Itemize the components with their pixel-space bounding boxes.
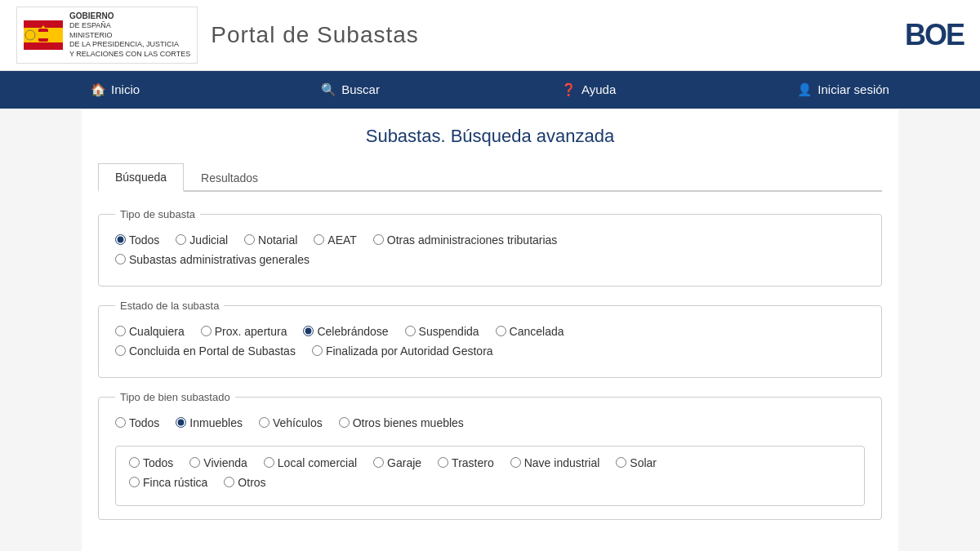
es-prox-item[interactable]: Prox. apertura xyxy=(201,325,287,338)
es-cancelada-item[interactable]: Cancelada xyxy=(496,325,564,338)
st-vivienda-item[interactable]: Vivienda xyxy=(189,456,247,469)
st-local-radio[interactable] xyxy=(264,457,274,468)
tipo-bien-fieldset: Tipo de bien subastado Todos Inmuebles V… xyxy=(98,391,882,520)
ts-admin-item[interactable]: Subastas administrativas generales xyxy=(115,253,310,266)
tb-inmuebles-label: Inmuebles xyxy=(189,416,243,429)
ts-aeat-radio[interactable] xyxy=(314,234,324,245)
st-trastero-radio[interactable] xyxy=(438,457,448,468)
st-local-item[interactable]: Local comercial xyxy=(264,456,357,469)
tipo-subasta-row2: Subastas administrativas generales xyxy=(115,253,865,273)
main-nav: 🏠 Inicio 🔍 Buscar ❓ Ayuda 👤 Iniciar sesi… xyxy=(0,71,980,109)
tb-otros-muebles-radio[interactable] xyxy=(339,417,350,428)
main-content: Subastas. Búsqueda avanzada Búsqueda Res… xyxy=(82,109,898,551)
header: GOBIERNO DE ESPAÑA MINISTERIO DE LA PRES… xyxy=(0,0,980,71)
search-icon: 🔍 xyxy=(321,82,336,97)
st-trastero-label: Trastero xyxy=(452,456,494,469)
st-finca-label: Finca rústica xyxy=(143,476,207,489)
tb-otros-muebles-label: Otros bienes muebles xyxy=(353,416,464,429)
es-finalizada-radio[interactable] xyxy=(312,345,323,356)
subtipo-bien-row2: Finca rústica Otros xyxy=(129,476,851,495)
nav-iniciar-sesion[interactable]: 👤 Iniciar sesión xyxy=(764,71,922,109)
st-garaje-radio[interactable] xyxy=(373,457,384,468)
gov-text: GOBIERNO DE ESPAÑA MINISTERIO DE LA PRES… xyxy=(69,11,190,60)
es-concluida-item[interactable]: Concluida en Portal de Subastas xyxy=(115,344,296,358)
tb-vehiculos-label: Vehículos xyxy=(273,416,323,429)
ts-notarial-radio[interactable] xyxy=(244,234,255,245)
st-finca-item[interactable]: Finca rústica xyxy=(129,476,207,489)
st-trastero-item[interactable]: Trastero xyxy=(438,456,494,469)
es-finalizada-item[interactable]: Finalizada por Autoridad Gestora xyxy=(312,344,493,358)
tb-todos-label: Todos xyxy=(129,416,159,429)
es-concluida-radio[interactable] xyxy=(115,345,126,356)
ts-todos-radio[interactable] xyxy=(115,234,126,245)
ts-judicial-item[interactable]: Judicial xyxy=(176,233,228,247)
user-icon: 👤 xyxy=(797,82,813,97)
estado-subasta-row2: Concluida en Portal de Subastas Finaliza… xyxy=(115,344,865,364)
st-nave-item[interactable]: Nave industrial xyxy=(510,456,600,469)
es-cancelada-radio[interactable] xyxy=(496,326,506,336)
ts-todos-label: Todos xyxy=(129,233,159,247)
tb-vehiculos-radio[interactable] xyxy=(259,417,270,428)
estado-subasta-row1: Cualquiera Prox. apertura Celebrándose S… xyxy=(115,325,865,344)
st-finca-radio[interactable] xyxy=(129,477,140,487)
es-finalizada-label: Finalizada por Autoridad Gestora xyxy=(326,344,493,358)
ts-otras-radio[interactable] xyxy=(373,234,384,245)
tb-todos-item[interactable]: Todos xyxy=(115,416,159,429)
ts-notarial-item[interactable]: Notarial xyxy=(244,233,297,247)
st-otros-item[interactable]: Otros xyxy=(224,476,265,489)
ts-judicial-label: Judicial xyxy=(189,233,228,247)
st-garaje-label: Garaje xyxy=(387,456,421,469)
tb-inmuebles-item[interactable]: Inmuebles xyxy=(176,416,243,429)
subtipo-bien-row1: Todos Vivienda Local comercial Garaje Tr… xyxy=(129,456,851,476)
es-prox-label: Prox. apertura xyxy=(215,325,287,338)
flag-shield-icon xyxy=(24,20,63,50)
es-celebrando-item[interactable]: Celebrándose xyxy=(303,325,388,338)
es-celebrando-radio[interactable] xyxy=(303,326,314,336)
tipo-bien-legend: Tipo de bien subastado xyxy=(115,391,235,403)
st-solar-item[interactable]: Solar xyxy=(616,456,657,469)
st-otros-label: Otros xyxy=(238,476,265,489)
gov-line4: DE LA PRESIDENCIA, JUSTICIA xyxy=(69,40,190,50)
tb-otros-muebles-item[interactable]: Otros bienes muebles xyxy=(339,416,464,429)
gov-line2: DE ESPAÑA xyxy=(69,21,190,31)
ts-otras-item[interactable]: Otras administraciones tributarias xyxy=(373,233,558,247)
st-otros-radio[interactable] xyxy=(224,477,234,487)
es-suspendida-item[interactable]: Suspendida xyxy=(405,325,479,338)
ts-notarial-label: Notarial xyxy=(258,233,297,247)
tb-inmuebles-radio[interactable] xyxy=(176,417,186,428)
es-cualquiera-label: Cualquiera xyxy=(129,325,185,338)
tab-resultados[interactable]: Resultados xyxy=(184,163,275,192)
es-concluida-label: Concluida en Portal de Subastas xyxy=(129,344,296,358)
st-todos-radio[interactable] xyxy=(129,457,140,468)
ts-todos-item[interactable]: Todos xyxy=(115,233,159,247)
page-title: Subastas. Búsqueda avanzada xyxy=(98,126,882,147)
st-vivienda-radio[interactable] xyxy=(189,457,200,468)
tb-todos-radio[interactable] xyxy=(115,417,126,428)
st-nave-radio[interactable] xyxy=(510,457,521,468)
tipo-bien-options: Todos Inmuebles Vehículos Otros bienes m… xyxy=(115,416,865,436)
ts-aeat-item[interactable]: AEAT xyxy=(314,233,357,247)
es-cualquiera-item[interactable]: Cualquiera xyxy=(115,325,185,338)
es-celebrando-label: Celebrándose xyxy=(317,325,388,338)
es-prox-radio[interactable] xyxy=(201,326,212,336)
home-icon: 🏠 xyxy=(91,82,106,97)
nav-buscar[interactable]: 🔍 Buscar xyxy=(288,71,412,109)
nav-ayuda[interactable]: ❓ Ayuda xyxy=(528,71,648,109)
ts-admin-radio[interactable] xyxy=(115,254,126,264)
gov-line5: Y RELACIONES CON LAS CORTES xyxy=(69,50,190,60)
tipo-subasta-legend: Tipo de subasta xyxy=(115,208,200,220)
es-suspendida-radio[interactable] xyxy=(405,326,416,336)
nav-inicio[interactable]: 🏠 Inicio xyxy=(58,71,172,109)
st-todos-item[interactable]: Todos xyxy=(129,456,173,469)
es-cualquiera-radio[interactable] xyxy=(115,326,126,336)
st-solar-radio[interactable] xyxy=(616,457,626,468)
st-local-label: Local comercial xyxy=(278,456,357,469)
tipo-subasta-options: Todos Judicial Notarial AEAT Otras admin… xyxy=(115,233,865,253)
tb-vehiculos-item[interactable]: Vehículos xyxy=(259,416,323,429)
tab-busqueda[interactable]: Búsqueda xyxy=(98,163,184,192)
tabs: Búsqueda Resultados xyxy=(98,163,882,192)
st-garaje-item[interactable]: Garaje xyxy=(373,456,421,469)
subtipo-bien-fieldset: Todos Vivienda Local comercial Garaje Tr… xyxy=(115,446,865,506)
ts-judicial-radio[interactable] xyxy=(176,234,186,245)
st-nave-label: Nave industrial xyxy=(524,456,600,469)
